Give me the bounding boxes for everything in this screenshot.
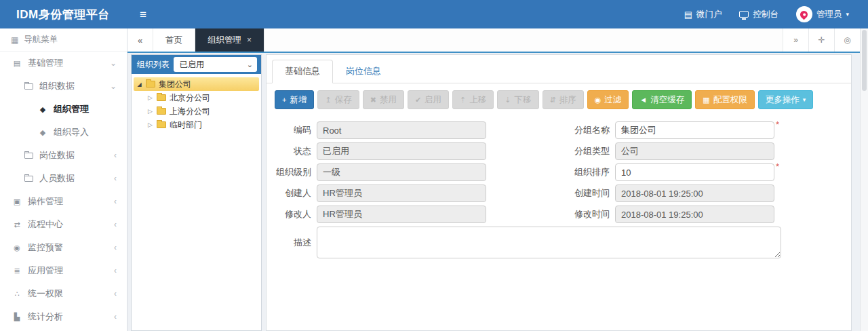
user-menu[interactable]: 管理员 ▾: [796, 6, 849, 22]
more-actions-button[interactable]: 更多操作 ▾: [758, 90, 814, 109]
basic-info-form: 编码 分组名称 * 状态: [267, 112, 851, 262]
sidebar-item-base-mgmt[interactable]: ▤ 基础管理 ⌄: [0, 52, 127, 75]
chevron-down-icon: ⌄: [247, 60, 253, 69]
tree-node-temp-dept[interactable]: ▷ 临时部门: [134, 118, 259, 132]
status-filter-value: 已启用: [180, 59, 204, 71]
caret-collapsed-icon[interactable]: ▷: [147, 108, 153, 115]
description-field[interactable]: [317, 227, 781, 258]
caret-collapsed-icon[interactable]: ▷: [147, 121, 153, 128]
sidebar-item-ops-mgmt[interactable]: ▣ 操作管理 ‹: [0, 190, 127, 213]
card-icon: ▤: [12, 59, 22, 68]
chevron-left-icon: ‹: [114, 266, 117, 275]
chevron-left-icon: ‹: [114, 243, 117, 252]
close-icon[interactable]: ×: [247, 35, 252, 45]
field-label: 创建人: [273, 184, 311, 202]
arrow-up-icon: ⇡: [460, 96, 466, 104]
creator-field: [317, 184, 486, 202]
tree-node-root[interactable]: ◢ 集团公司: [134, 77, 259, 91]
sitemap-icon: ∴: [12, 290, 22, 298]
tree-node-label: 北京分公司: [170, 92, 210, 104]
sidebar-item-monitor-alert[interactable]: ◉ 监控预警 ‹: [0, 236, 127, 259]
org-level-field: [317, 163, 486, 181]
operations-icon: ▣: [12, 197, 22, 206]
org-tree-title: 组织列表: [137, 59, 170, 71]
scrollbar-thumb[interactable]: [862, 30, 867, 91]
config-permission-button[interactable]: ▦ 配置权限: [695, 90, 754, 109]
filter-button[interactable]: ◉ 过滤: [587, 90, 629, 109]
sidebar-item-org-data[interactable]: 组织数据 ⌄: [0, 75, 127, 98]
tree-node-label: 上海分公司: [170, 106, 210, 117]
tab-home[interactable]: 首页: [153, 28, 195, 52]
tree-node-shanghai[interactable]: ▷ 上海分公司: [134, 104, 259, 118]
chevron-left-icon: ‹: [114, 197, 117, 206]
tab-label: 组织管理: [208, 35, 241, 46]
sidebar-item-label: 统一权限: [28, 288, 63, 300]
list-icon: ≣: [12, 267, 22, 275]
required-marker: *: [776, 163, 779, 170]
sidebar-toggle-icon[interactable]: ≡: [140, 9, 146, 20]
double-arrow-left-icon: «: [138, 35, 142, 45]
folder-open-icon: [146, 81, 155, 87]
sidebar-item-org-import[interactable]: ◆ 组织导入: [0, 121, 127, 144]
sort-button[interactable]: ⇵ 排序: [542, 90, 584, 109]
button-label: 新增: [290, 91, 307, 109]
sidebar-item-app-mgmt[interactable]: ≣ 应用管理 ‹: [0, 259, 127, 282]
tab-label: 岗位信息: [346, 66, 381, 76]
disable-button[interactable]: ✖ 禁用: [363, 90, 404, 109]
eye-icon: ◉: [12, 244, 22, 252]
button-label: 配置权限: [713, 91, 747, 109]
sidebar-item-person-data[interactable]: 人员数据 ‹: [0, 167, 127, 190]
tab-position-info[interactable]: 岗位信息: [333, 60, 394, 83]
save-icon: ↥: [325, 96, 331, 104]
sidebar-item-position-data[interactable]: 岗位数据 ‹: [0, 144, 127, 167]
tabs-scroll-left-button[interactable]: «: [127, 28, 153, 52]
portal-icon: ▤: [684, 10, 692, 19]
status-filter-select[interactable]: 已启用 ⌄: [174, 57, 257, 72]
x-icon: ✖: [370, 96, 376, 104]
add-button[interactable]: + 新增: [275, 90, 314, 109]
tab-org-mgmt-active[interactable]: 组织管理 ×: [195, 28, 264, 52]
tree-node-label: 集团公司: [159, 79, 191, 90]
sidebar-item-label: 统计分析: [28, 311, 63, 323]
nav-console[interactable]: 控制台: [739, 9, 778, 20]
sidebar-item-org-mgmt[interactable]: ◆ 组织管理: [0, 98, 127, 121]
chevron-down-icon: ⌄: [110, 81, 117, 91]
sort-icon: ⇵: [550, 96, 556, 104]
move-down-button[interactable]: ⇣ 下移: [497, 90, 538, 109]
org-order-field[interactable]: [615, 163, 774, 181]
button-label: 禁用: [380, 91, 397, 109]
caret-collapsed-icon[interactable]: ▷: [147, 94, 153, 101]
save-button[interactable]: ↥ 保存: [317, 90, 359, 109]
sidebar-item-label: 组织管理: [54, 103, 89, 115]
refresh-button[interactable]: ◎: [834, 28, 860, 52]
caret-expanded-icon[interactable]: ◢: [136, 81, 142, 87]
page-scrollbar[interactable]: [860, 28, 868, 331]
sidebar-item-label: 组织导入: [54, 126, 89, 138]
sidebar-item-process-center[interactable]: ⇄ 流程中心 ‹: [0, 213, 127, 236]
move-up-button[interactable]: ⇡ 上移: [452, 90, 494, 109]
folder-icon: [157, 121, 166, 128]
chevron-left-icon: ‹: [114, 174, 117, 183]
button-label: 保存: [335, 91, 352, 109]
enable-button[interactable]: ✔ 启用: [408, 90, 449, 109]
status-field: [317, 142, 486, 160]
field-label: 组织排序: [565, 163, 610, 181]
sidebar-item-label: 监控预警: [28, 241, 63, 254]
tab-basic-info[interactable]: 基础信息: [272, 60, 333, 83]
button-label: 过滤: [604, 91, 621, 109]
sidebar-item-sys-mgmt[interactable]: ◆ 系统管理 ‹: [0, 328, 127, 331]
sidebar-item-label: 人员数据: [39, 172, 75, 184]
nav-portal[interactable]: ▤ 微门户: [684, 9, 722, 20]
tabs-scroll-right-button[interactable]: »: [783, 28, 808, 52]
sidebar-item-stats-analysis[interactable]: ▙ 统计分析 ‹: [0, 305, 127, 328]
refresh-icon: ◎: [844, 35, 850, 45]
tag-icon: ◆: [38, 105, 47, 114]
sidebar-item-unified-perm[interactable]: ∴ 统一权限 ‹: [0, 282, 127, 305]
button-label: 上移: [469, 91, 486, 109]
tree-node-beijing[interactable]: ▷ 北京分公司: [134, 91, 259, 104]
nav-menu-icon: ▦: [11, 36, 18, 44]
group-name-field[interactable]: [615, 121, 774, 139]
plus-icon: +: [282, 96, 286, 104]
fullscreen-button[interactable]: ✛: [808, 28, 834, 52]
clear-cache-button[interactable]: ◄ 清空缓存: [632, 90, 692, 109]
